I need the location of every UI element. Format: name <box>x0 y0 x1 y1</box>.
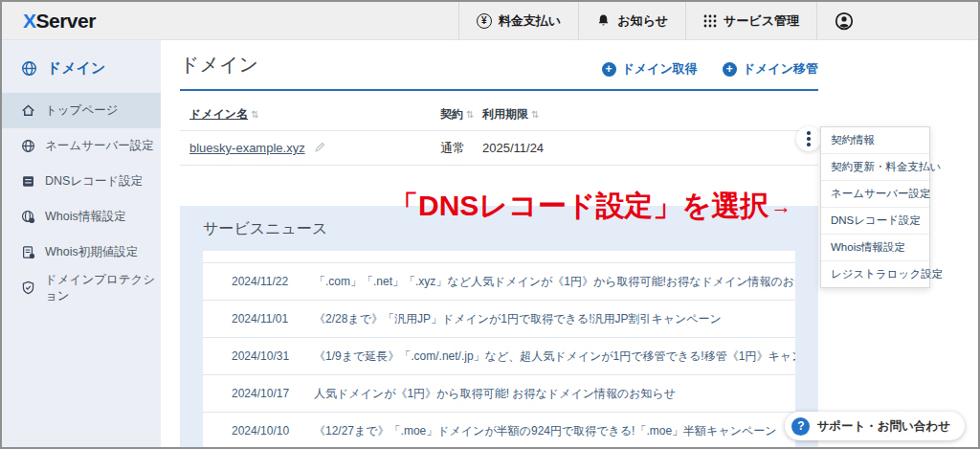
news-item[interactable]: 2024/10/17 人気ドメインが《1円》から取得可能! お得なドメイン情報の… <box>203 374 795 412</box>
news-date: 2024/11/01 <box>232 312 295 326</box>
domain-link[interactable]: bluesky-example.xyz <box>189 141 305 155</box>
sidebar-item-dns-record-settings[interactable]: DNSレコード設定 <box>2 164 161 199</box>
shield-icon <box>21 281 35 295</box>
sidebar-section-domain[interactable]: ドメイン <box>2 40 161 93</box>
annotation-arrow-icon: → <box>770 194 791 219</box>
logo-x: X <box>23 10 36 32</box>
sidebar-item-label: ドメインプロテクション <box>45 272 161 304</box>
support-contact-button[interactable]: ? サポート・お問い合わせ <box>785 412 965 440</box>
nav-item-notices[interactable]: お知らせ <box>578 2 685 39</box>
sidebar-item-label: DNSレコード設定 <box>45 173 143 190</box>
news-text: 《2/28まで》「汎用JP」ドメインが1円で取得できる!汎用JP割引キャンペーン <box>314 311 722 327</box>
annotation-text: 「DNSレコード設定」を選択 <box>390 187 768 226</box>
column-header-label: 契約 <box>440 107 463 121</box>
news-text: 《1/9まで延長》「.com/.net/.jp」など、超人気ドメインが1円で移管… <box>314 348 795 365</box>
news-item[interactable]: 2024/11/01 《2/28まで》「汎用JP」ドメインが1円で取得できる!汎… <box>203 300 795 337</box>
menu-item-contract-info[interactable]: 契約情報 <box>821 127 929 154</box>
grid-icon <box>703 14 717 28</box>
menu-item-dns-record-settings[interactable]: DNSレコード設定 <box>821 208 929 235</box>
news-date: 2024/10/10 <box>232 424 295 438</box>
nav-item-label: 料金支払い <box>499 12 561 30</box>
domain-transfer-button[interactable]: + ドメイン移管 <box>723 60 818 78</box>
sidebar-item-label: Whois初期値設定 <box>45 244 138 260</box>
news-item[interactable]: 2024/11/22 「.com」「.net」「.xyz」など人気ドメインが《1… <box>203 262 795 300</box>
nav-item-label: お知らせ <box>617 12 668 30</box>
top-nav: ¥ 料金支払い お知らせ サービス管理 <box>458 2 871 39</box>
menu-item-contract-renewal-payment[interactable]: 契約更新・料金支払い <box>821 154 929 181</box>
sidebar-item-label: Whois情報設定 <box>45 209 126 225</box>
sidebar-section-label: ドメイン <box>47 59 105 78</box>
sidebar-item-whois-default-settings[interactable]: Whois初期値設定 <box>2 235 161 270</box>
column-header-expiry[interactable]: 利用期限⇅ <box>482 106 809 123</box>
yen-circle-icon: ¥ <box>477 13 492 29</box>
column-header-label: ドメイン名 <box>189 107 248 121</box>
domain-table-header: ドメイン名⇅ 契約⇅ 利用期限⇅ <box>180 91 818 131</box>
page-actions: + ドメイン取得 + ドメイン移管 <box>602 60 818 78</box>
sidebar-item-label: トップページ <box>45 102 118 119</box>
plus-circle-icon: + <box>602 62 616 77</box>
action-label: ドメイン取得 <box>622 60 698 78</box>
column-header-contract[interactable]: 契約⇅ <box>440 106 482 123</box>
news-item[interactable]: 2024/10/31 《1/9まで延長》「.com/.net/.jp」など、超人… <box>203 337 795 374</box>
edit-pencil-icon[interactable] <box>315 141 326 152</box>
main-content: ドメイン + ドメイン取得 + ドメイン移管 ドメイン名⇅ 契約⇅ 利用期限⇅ … <box>180 52 818 449</box>
domain-table-row: bluesky-example.xyz 通常 2025/11/24 <box>180 131 818 166</box>
sidebar-item-whois-info-settings[interactable]: Whois情報設定 <box>2 199 161 235</box>
service-news-card: 2024/11/22 「.com」「.net」「.xyz」など人気ドメインが《1… <box>203 251 795 449</box>
nav-item-label: サービス管理 <box>724 12 799 30</box>
tutorial-annotation: 「DNSレコード設定」を選択 → <box>390 187 791 226</box>
nav-item-account[interactable] <box>816 2 871 39</box>
home-icon <box>21 103 35 118</box>
page-title: ドメイン <box>180 52 258 78</box>
account-icon <box>835 11 854 31</box>
sort-icon: ⇅ <box>251 109 258 120</box>
news-date: 2024/11/22 <box>232 275 295 288</box>
question-mark-icon: ? <box>791 417 810 436</box>
xserver-domain-panel: XServer ¥ 料金支払い お知らせ サービス管理 <box>0 0 980 449</box>
sidebar-item-nameserver-settings[interactable]: ネームサーバー設定 <box>2 128 161 164</box>
xserver-logo[interactable]: XServer <box>2 10 96 33</box>
server-icon <box>21 174 35 189</box>
domain-cell: bluesky-example.xyz <box>189 141 440 155</box>
contract-cell: 通常 <box>440 140 482 157</box>
sort-icon: ⇅ <box>466 109 474 120</box>
document-user-icon <box>21 245 35 259</box>
page-head: ドメイン + ドメイン取得 + ドメイン移管 <box>180 52 818 91</box>
news-text: 「.com」「.net」「.xyz」など人気ドメインが《1円》から取得可能!お得… <box>314 274 795 290</box>
service-news-section: サービスニュース 2024/11/22 「.com」「.net」「.xyz」など… <box>180 206 818 449</box>
logo-rest: Server <box>36 10 96 32</box>
globe-icon <box>21 139 35 153</box>
row-actions-kebab-button[interactable] <box>796 126 821 151</box>
globe-icon <box>21 60 37 77</box>
menu-item-whois-info-settings[interactable]: Whois情報設定 <box>821 235 929 261</box>
menu-item-nameserver-settings[interactable]: ネームサーバー設定 <box>821 181 929 208</box>
nav-item-service-management[interactable]: サービス管理 <box>685 2 816 39</box>
sidebar-item-domain-protection[interactable]: ドメインプロテクション <box>2 270 161 305</box>
sidebar: ドメイン トップページ ネームサーバー設定 DNSレコード設定 Whois情報設 <box>2 40 161 447</box>
menu-item-registrar-lock-settings[interactable]: レジストラロック設定 <box>821 261 929 287</box>
news-date: 2024/10/31 <box>232 349 295 363</box>
news-text: 人気ドメインが《1円》から取得可能! お得なドメイン情報のお知らせ <box>314 386 676 402</box>
action-label: ドメイン移管 <box>743 60 818 78</box>
column-header-label: 利用期限 <box>482 107 528 121</box>
expiry-cell: 2025/11/24 <box>482 141 809 155</box>
sidebar-item-top-page[interactable]: トップページ <box>2 93 161 128</box>
support-label: サポート・お問い合わせ <box>816 418 950 435</box>
nav-item-payment[interactable]: ¥ 料金支払い <box>458 2 578 39</box>
news-text: 《12/27まで》「.moe」ドメインが半額の924円で取得できる!「.moe」… <box>314 423 777 439</box>
plus-circle-icon: + <box>723 62 737 77</box>
domain-context-menu: 契約情報 契約更新・料金支払い ネームサーバー設定 DNSレコード設定 Whoi… <box>820 126 930 288</box>
column-header-domain-name[interactable]: ドメイン名⇅ <box>189 106 440 123</box>
globe-user-icon <box>21 210 35 224</box>
news-item[interactable]: 2024/10/10 《12/27まで》「.moe」ドメインが半額の924円で取… <box>203 412 795 449</box>
top-header: XServer ¥ 料金支払い お知らせ サービス管理 <box>2 2 978 40</box>
domain-acquire-button[interactable]: + ドメイン取得 <box>602 60 698 78</box>
sort-icon: ⇅ <box>531 109 539 120</box>
sidebar-item-label: ネームサーバー設定 <box>45 138 154 154</box>
bell-icon <box>596 13 611 28</box>
news-date: 2024/10/17 <box>232 387 295 400</box>
